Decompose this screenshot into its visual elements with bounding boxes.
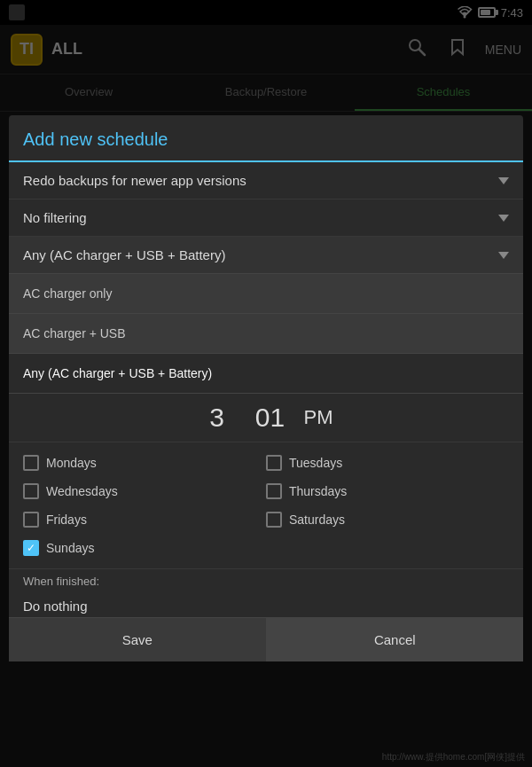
charger-options: AC charger only AC charger + USB Any (AC… [9, 274, 523, 394]
filter-dropdown[interactable]: No filtering [9, 200, 523, 237]
dialog-header: Add new schedule [9, 115, 523, 162]
days-grid: Mondays Tuesdays Wednesdays Thursdays Fr… [23, 451, 509, 560]
saturday-label: Saturdays [289, 513, 345, 527]
thursday-checkbox[interactable] [266, 483, 282, 499]
thursday-item[interactable]: Thursdays [266, 480, 509, 503]
when-finished-label: When finished: [23, 575, 509, 588]
wednesday-item[interactable]: Wednesdays [23, 480, 266, 503]
tuesday-label: Tuesdays [289, 456, 342, 470]
tuesday-item[interactable]: Tuesdays [266, 451, 509, 474]
saturday-item[interactable]: Saturdays [266, 508, 509, 531]
sunday-checkbox[interactable] [23, 540, 39, 556]
wednesday-checkbox[interactable] [23, 483, 39, 499]
time-minute[interactable]: 01 [253, 403, 288, 433]
dropdown2-arrow [498, 215, 509, 222]
charger-option-ac-usb[interactable]: AC charger + USB [9, 314, 523, 354]
days-section: Mondays Tuesdays Wednesdays Thursdays Fr… [9, 442, 523, 569]
friday-label: Fridays [46, 513, 87, 527]
friday-checkbox[interactable] [23, 512, 39, 528]
monday-item[interactable]: Mondays [23, 451, 266, 474]
filter-value: No filtering [23, 210, 87, 225]
charger-dropdown[interactable]: Any (AC charger + USB + Battery) [9, 237, 523, 274]
dialog-buttons: Save Cancel [9, 617, 523, 661]
backup-type-dropdown[interactable]: Redo backups for newer app versions [9, 162, 523, 200]
monday-checkbox[interactable] [23, 455, 39, 471]
backup-type-value: Redo backups for newer app versions [23, 173, 246, 188]
save-button[interactable]: Save [9, 618, 267, 661]
time-ampm[interactable]: PM [304, 406, 333, 429]
dialog-title: Add new schedule [23, 129, 509, 150]
wednesday-label: Wednesdays [46, 484, 118, 498]
add-schedule-dialog: Add new schedule Redo backups for newer … [9, 115, 523, 661]
dropdown1-arrow [498, 177, 509, 184]
friday-item[interactable]: Fridays [23, 508, 266, 531]
dropdown3-arrow [498, 252, 509, 259]
sunday-item[interactable]: Sundays [23, 536, 266, 560]
saturday-checkbox[interactable] [266, 512, 282, 528]
cancel-button[interactable]: Cancel [267, 618, 524, 661]
when-finished-dropdown[interactable]: Do nothing [23, 591, 509, 617]
monday-label: Mondays [46, 456, 97, 470]
when-finished-value: Do nothing [23, 599, 88, 614]
time-picker: 3 01 PM [9, 394, 523, 442]
time-hour[interactable]: 3 [200, 403, 235, 433]
charger-value: Any (AC charger + USB + Battery) [23, 247, 225, 262]
tuesday-checkbox[interactable] [266, 455, 282, 471]
sunday-label: Sundays [46, 541, 94, 555]
charger-option-ac-only[interactable]: AC charger only [9, 274, 523, 314]
when-finished-section: When finished: Do nothing [9, 569, 523, 617]
thursday-label: Thursdays [289, 484, 347, 498]
charger-option-any[interactable]: Any (AC charger + USB + Battery) [9, 354, 523, 394]
